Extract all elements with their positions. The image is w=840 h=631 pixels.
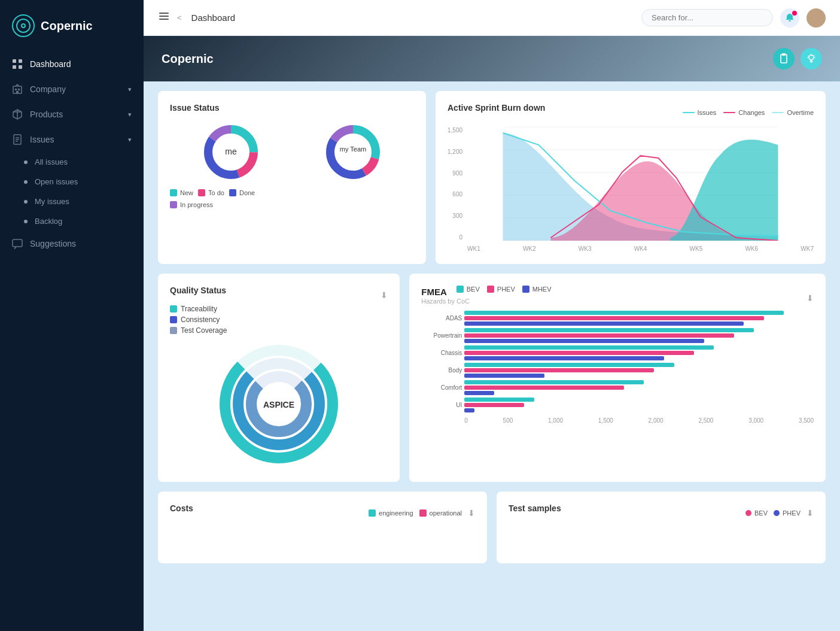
fmea-bar-row: Comfort xyxy=(421,380,814,395)
svg-rect-6 xyxy=(18,89,20,90)
header-icons xyxy=(773,48,822,69)
logo-dot xyxy=(21,23,26,28)
svg-rect-3 xyxy=(19,65,22,69)
svg-rect-5 xyxy=(15,89,17,90)
avatar[interactable] xyxy=(806,8,826,28)
fmea-bar-mhev xyxy=(464,356,664,360)
svg-point-16 xyxy=(809,55,814,60)
bottom-row: Costs engineering operational ⬇ xyxy=(144,492,840,573)
sidebar-item-products[interactable]: Products ▾ xyxy=(0,102,144,127)
sidebar-item-label: All issues xyxy=(35,157,68,166)
fmea-bar-row: Body xyxy=(421,363,814,378)
legend-new: New xyxy=(170,189,193,196)
clipboard-button[interactable] xyxy=(773,48,795,69)
svg-rect-10 xyxy=(159,13,169,14)
sidebar-item-label: Backlog xyxy=(35,217,62,226)
test-samples-legend-row: BEV PHEV ⬇ xyxy=(745,508,814,518)
quality-title: Quality Status xyxy=(170,286,226,295)
menu-icon[interactable] xyxy=(158,10,170,25)
legend-mhev: MHEV xyxy=(522,286,552,293)
fmea-bar-mhev xyxy=(464,391,494,395)
y-axis: 1,5001,2009006003000 xyxy=(448,127,465,241)
dot-icon xyxy=(24,200,28,204)
fmea-bar-mhev xyxy=(464,374,544,378)
bell-button[interactable] xyxy=(780,8,799,28)
sidebar: Copernic Dashboard Company ▾ xyxy=(0,0,144,631)
sidebar-item-dashboard[interactable]: Dashboard xyxy=(0,51,144,77)
test-samples-download-button[interactable]: ⬇ xyxy=(806,508,814,518)
legend-todo: To do xyxy=(198,189,224,196)
fmea-bar-phev xyxy=(464,316,763,320)
top-cards-row: Issue Status me xyxy=(144,81,840,274)
sidebar-item-suggestions[interactable]: Suggestions xyxy=(0,231,144,256)
svg-rect-9 xyxy=(13,239,22,247)
fmea-download-button[interactable]: ⬇ xyxy=(806,293,814,303)
fmea-bar-phev xyxy=(464,351,694,355)
fmea-bar-chart: ADASPowertrainChassisBodyComfortUI xyxy=(421,311,814,415)
sidebar-item-my-issues[interactable]: My issues xyxy=(0,192,144,211)
legend-mhev-label: MHEV xyxy=(532,286,552,293)
download-button[interactable]: ⬇ xyxy=(381,290,388,300)
legend-operational-label: operational xyxy=(430,509,462,517)
burndown-title: Active Sprint Burn down xyxy=(448,103,545,113)
fmea-bar-mhev xyxy=(464,321,744,326)
sidebar-item-all-issues[interactable]: All issues xyxy=(0,152,144,172)
chevron-down-icon: ▾ xyxy=(128,136,132,144)
legend-overtime: Overtime xyxy=(772,109,814,116)
sidebar-logo[interactable]: Copernic xyxy=(0,0,144,51)
fmea-bar-group xyxy=(464,363,814,378)
legend-traceability: Traceability xyxy=(170,305,388,313)
topbar-title: Dashboard xyxy=(191,13,235,23)
quality-row: Quality Status ⬇ Traceability Consistenc… xyxy=(144,274,840,492)
sidebar-item-company[interactable]: Company ▾ xyxy=(0,77,144,102)
fmea-bar-phev xyxy=(464,403,524,407)
fmea-bar-group xyxy=(464,345,814,360)
fmea-bar-bev xyxy=(464,380,644,384)
burndown-legend: Issues Changes Overtime xyxy=(683,109,814,116)
fmea-bar-bev xyxy=(464,328,754,332)
sidebar-item-label: My issues xyxy=(35,197,69,206)
costs-header: Costs engineering operational ⬇ xyxy=(170,503,475,523)
sidebar-nav: Dashboard Company ▾ Products ▾ xyxy=(0,51,144,631)
test-samples-title: Test samples xyxy=(509,503,561,513)
donut-row: me my Team xyxy=(170,122,414,182)
svg-rect-7 xyxy=(16,91,19,93)
svg-rect-2 xyxy=(13,65,16,69)
lightbulb-button[interactable] xyxy=(801,48,822,69)
sidebar-item-label: Dashboard xyxy=(30,59,71,69)
fmea-bar-group xyxy=(464,380,814,395)
fmea-bar-row: Chassis xyxy=(421,345,814,360)
fmea-bar-group xyxy=(464,311,814,326)
costs-download-button[interactable]: ⬇ xyxy=(468,508,475,518)
quality-legend: Traceability Consistency Test Coverage xyxy=(170,305,388,335)
issue-legend: New To do Done In progress xyxy=(170,189,414,208)
burndown-card: Active Sprint Burn down Issues Changes xyxy=(436,91,826,264)
file-text-icon xyxy=(12,134,23,145)
sidebar-item-backlog[interactable]: Backlog xyxy=(0,211,144,231)
fmea-category-label: UI xyxy=(421,402,462,408)
fmea-category-label: Body xyxy=(421,367,462,374)
fmea-category-label: Powertrain xyxy=(421,332,462,339)
legend-issues: Issues xyxy=(683,109,717,116)
fmea-category-label: ADAS xyxy=(421,315,462,321)
legend-done-label: Done xyxy=(239,189,255,196)
fmea-x-axis: 05001,0001,5002,0002,5003,0003,500 xyxy=(464,417,814,424)
legend-issues-label: Issues xyxy=(698,109,717,116)
sidebar-item-open-issues[interactable]: Open issues xyxy=(0,172,144,192)
costs-title: Costs xyxy=(170,503,193,513)
legend-new-label: New xyxy=(180,189,193,196)
svg-rect-0 xyxy=(13,59,16,63)
sidebar-item-issues[interactable]: Issues ▾ xyxy=(0,127,144,152)
fmea-bar-phev xyxy=(464,368,654,372)
legend-phev-test-label: PHEV xyxy=(783,509,801,517)
legend-traceability-label: Traceability xyxy=(181,305,217,313)
fmea-bar-phev xyxy=(464,333,734,338)
search-input[interactable] xyxy=(641,9,773,26)
content-area: Copernic xyxy=(144,36,840,631)
legend-bev-test: BEV xyxy=(745,509,768,517)
fmea-bar-bev xyxy=(464,345,714,350)
fmea-bar-bev xyxy=(464,398,534,402)
legend-test-coverage: Test Coverage xyxy=(170,326,388,335)
notification-badge xyxy=(792,11,797,16)
svg-text:ASPICE: ASPICE xyxy=(263,400,294,409)
